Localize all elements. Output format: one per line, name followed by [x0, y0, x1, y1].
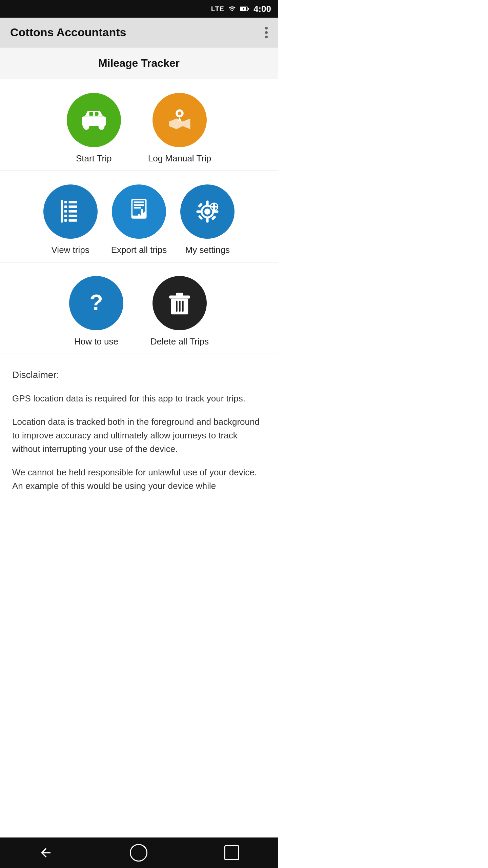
my-settings-button[interactable]: My settings	[180, 184, 235, 255]
disclaimer-heading: Disclaimer:	[12, 368, 266, 382]
svg-rect-43	[216, 206, 218, 208]
mid-actions-grid: View trips Export all trips	[7, 184, 271, 255]
svg-rect-2	[248, 8, 249, 10]
question-icon: ?	[81, 288, 111, 318]
car-icon	[79, 105, 109, 135]
signal-icon	[228, 5, 236, 13]
svg-point-6	[83, 124, 89, 130]
delete-trips-icon-circle	[152, 276, 207, 330]
mid-actions-section: View trips Export all trips	[0, 171, 278, 262]
log-manual-trip-icon-circle	[152, 93, 207, 147]
svg-rect-22	[61, 200, 63, 223]
svg-rect-50	[182, 301, 184, 312]
start-trip-label: Start Trip	[76, 153, 111, 164]
svg-rect-13	[68, 201, 77, 203]
svg-rect-29	[206, 201, 209, 205]
bottom-actions-section: ? How to use Delete	[0, 262, 278, 354]
svg-point-11	[178, 112, 182, 115]
svg-rect-25	[134, 201, 144, 203]
svg-rect-14	[64, 205, 67, 208]
top-actions-grid: Start Trip Log Manual Trip	[7, 93, 271, 164]
export-trips-icon-circle	[112, 184, 166, 239]
disclaimer-section: Disclaimer: GPS location data is require…	[0, 354, 278, 516]
view-trips-button[interactable]: View trips	[43, 184, 98, 255]
page-title: Mileage Tracker	[0, 57, 278, 70]
my-settings-label: My settings	[185, 245, 230, 255]
tablet-hand-icon	[124, 196, 154, 227]
toolbar: Cottons Accountants	[0, 18, 278, 47]
how-to-use-icon-circle: ?	[69, 276, 123, 330]
svg-rect-20	[64, 219, 67, 222]
svg-rect-1	[240, 7, 246, 11]
svg-rect-47	[176, 293, 183, 296]
view-trips-label: View trips	[52, 245, 89, 255]
svg-rect-17	[68, 210, 77, 213]
gear-icon	[192, 196, 223, 227]
export-all-trips-label: Export all trips	[111, 245, 167, 255]
settings-icon-circle	[180, 184, 235, 239]
battery-icon	[240, 5, 249, 13]
svg-rect-19	[68, 215, 77, 217]
map-pin-icon	[164, 105, 195, 135]
bottom-actions-grid: ? How to use Delete	[7, 276, 271, 347]
start-trip-button[interactable]: Start Trip	[67, 93, 121, 164]
svg-point-28	[204, 209, 210, 215]
svg-text:?: ?	[89, 290, 103, 315]
start-trip-icon-circle	[67, 93, 121, 147]
svg-rect-48	[176, 301, 178, 312]
svg-rect-18	[64, 215, 67, 217]
page-title-bar: Mileage Tracker	[0, 47, 278, 79]
app-title: Cottons Accountants	[10, 26, 126, 39]
list-icon	[55, 196, 86, 227]
svg-rect-27	[134, 207, 141, 209]
status-bar: LTE 4:00	[0, 0, 278, 18]
disclaimer-line1: GPS location data is required for this a…	[12, 392, 266, 405]
log-manual-trip-label: Log Manual Trip	[148, 153, 211, 164]
svg-rect-46	[169, 296, 190, 299]
disclaimer-line3: We cannot be held responsible for unlawf…	[12, 466, 266, 493]
trash-icon	[164, 288, 195, 318]
disclaimer-line2: Location data is tracked both in the for…	[12, 415, 266, 456]
svg-rect-33	[198, 203, 203, 208]
lte-indicator: LTE	[211, 5, 224, 13]
how-to-use-button[interactable]: ? How to use	[69, 276, 123, 347]
svg-rect-8	[89, 112, 93, 116]
log-manual-trip-button[interactable]: Log Manual Trip	[148, 93, 211, 164]
svg-rect-41	[213, 208, 215, 210]
svg-rect-40	[213, 203, 215, 206]
delete-all-trips-label: Delete all Trips	[150, 336, 209, 347]
svg-rect-16	[64, 210, 67, 213]
clock: 4:00	[253, 4, 271, 14]
overflow-menu-button[interactable]	[265, 27, 268, 38]
svg-rect-31	[197, 210, 201, 213]
svg-rect-30	[206, 218, 209, 222]
svg-point-7	[98, 124, 104, 130]
svg-rect-21	[68, 219, 77, 222]
svg-rect-9	[95, 112, 98, 116]
svg-rect-49	[179, 301, 181, 312]
svg-rect-26	[134, 204, 144, 206]
svg-rect-15	[68, 205, 77, 208]
export-all-trips-button[interactable]: Export all trips	[111, 184, 167, 255]
how-to-use-label: How to use	[74, 336, 118, 347]
svg-rect-12	[64, 201, 67, 203]
svg-rect-42	[211, 206, 214, 208]
view-trips-icon-circle	[43, 184, 98, 239]
top-actions-section: Start Trip Log Manual Trip	[0, 79, 278, 171]
delete-all-trips-button[interactable]: Delete all Trips	[150, 276, 209, 347]
